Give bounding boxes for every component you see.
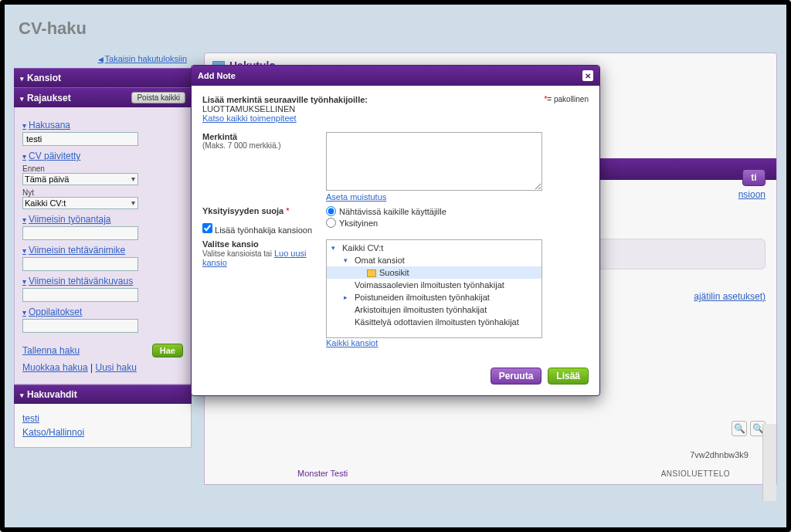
required-note: *= pakollinen xyxy=(544,95,589,103)
privacy-all-radio[interactable] xyxy=(326,206,336,216)
modal-close-button[interactable]: ✕ xyxy=(582,70,593,81)
add-note-modal: Add Note ✕ *= pakollinen Lisää merkintä … xyxy=(191,65,600,396)
yksityisyys-label: Yksityisyyden suoja xyxy=(202,206,283,215)
tree-suosikit[interactable]: Suosikit xyxy=(327,266,541,279)
add-for-label: Lisää merkintä seuraaville työnhakijoill… xyxy=(202,95,589,104)
privacy-private-radio[interactable] xyxy=(326,218,336,228)
modal-mask: Add Note ✕ *= pakollinen Lisää merkintä … xyxy=(5,5,786,527)
aseta-muistutus-link[interactable]: Aseta muistutus xyxy=(326,192,386,202)
tree-kasittelya[interactable]: Käsittelyä odottavien ilmoitusten työnha… xyxy=(327,316,541,328)
note-textarea[interactable] xyxy=(326,132,542,191)
lisaa-button[interactable]: Lisää xyxy=(548,368,589,385)
tree-arkistoitujen[interactable]: Arkistoitujen ilmoitusten työnhakijat xyxy=(327,303,541,316)
valitse-sub-text: Valitse kansioista tai xyxy=(202,249,272,258)
kaikki-kansiot-link[interactable]: Kaikki kansiot xyxy=(326,338,378,347)
add-to-folder-checkbox[interactable] xyxy=(202,223,212,233)
privacy-all-label: Nähtävissä kaikille käyttäjille xyxy=(339,207,446,216)
tree-root[interactable]: ▾Kaikki CV:t xyxy=(327,242,541,254)
valitse-kansio-label: Valitse kansio xyxy=(202,239,318,249)
tree-omat-kansiot[interactable]: ▾Omat kansiot xyxy=(327,254,541,266)
max-chars: (Maks. 7 000 merkkiä.) xyxy=(202,141,318,150)
privacy-private-label: Yksityinen xyxy=(339,219,378,228)
modal-title: Add Note xyxy=(198,71,236,80)
katso-toimenpiteet-link[interactable]: Katso kaikki toimenpiteet xyxy=(202,114,297,123)
folder-tree[interactable]: ▾Kaikki CV:t ▾Omat kansiot Suosikit Voim… xyxy=(326,239,542,338)
peruuta-button[interactable]: Peruuta xyxy=(491,368,542,385)
tree-poistuneiden[interactable]: ▸Poistuneiden ilmoitusten työnhakijat xyxy=(327,291,541,303)
add-to-folder-label: Lisää työnhakija kansioon xyxy=(215,225,312,235)
folder-icon xyxy=(367,269,376,277)
merkinta-label: Merkintä xyxy=(202,132,318,141)
luott-text: LUOTTAMUKSELLINEN xyxy=(202,104,589,114)
tree-voimassa[interactable]: Voimassaolevien ilmoitusten työnhakijat xyxy=(327,279,541,291)
